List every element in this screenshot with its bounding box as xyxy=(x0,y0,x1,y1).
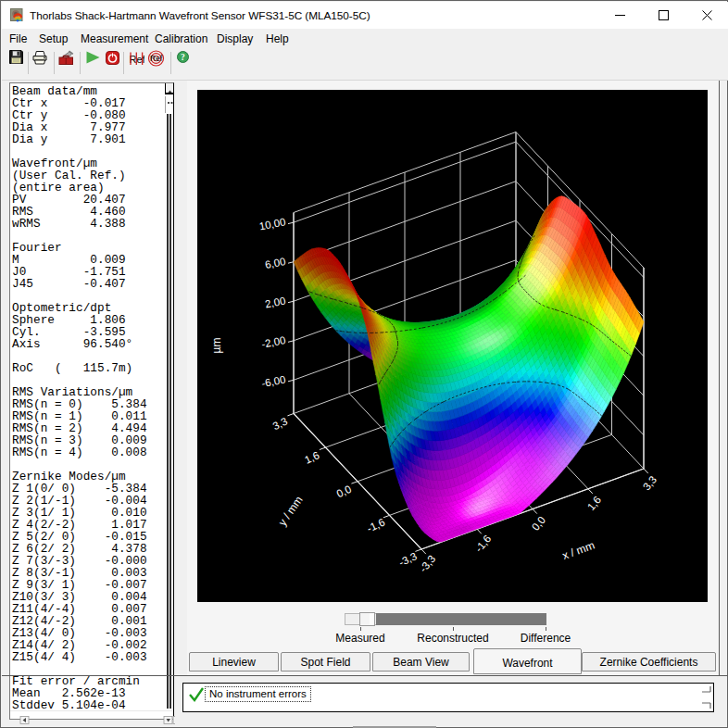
svg-text:Ref: Ref xyxy=(150,54,163,63)
svg-text:?: ? xyxy=(181,53,185,62)
svg-text:µm: µm xyxy=(210,338,223,354)
